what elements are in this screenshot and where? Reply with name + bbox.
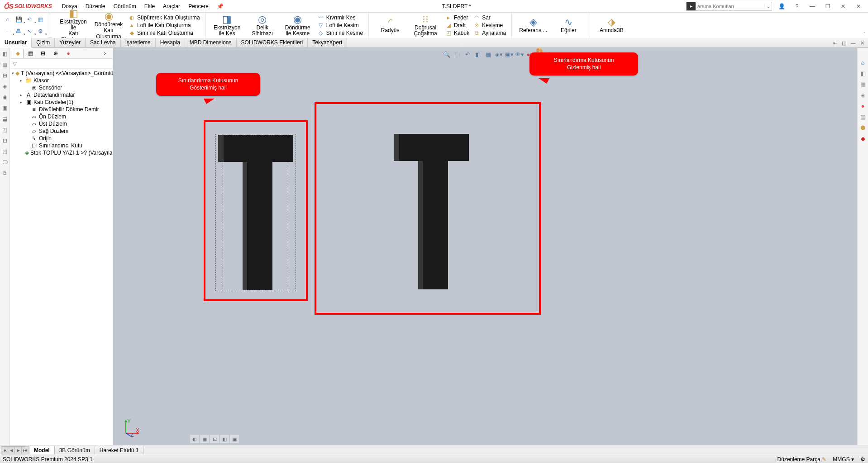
status-custom-icon[interactable]: ⚙ [860,456,865,463]
taskpane-resources-icon[interactable]: ◧ [858,69,868,78]
tree-stock[interactable]: ◈Stok-TOPLU YAZI-1->? (Varsayıla [10,149,113,156]
dock-icon-1[interactable]: ◧ [1,50,9,58]
feature-tree-tab[interactable]: ◆ [12,49,24,58]
rib-button[interactable]: ▸Feder [443,14,471,21]
dock-icon-12[interactable]: ⧉ [1,169,9,177]
orientation-triad[interactable]: Y X Z [122,419,140,437]
minimize-button[interactable]: — [806,1,818,11]
curves-button[interactable]: ∿Eğriler [551,16,586,34]
view-icon-1[interactable]: ◐ [190,435,199,443]
taskpane-sw-icon[interactable]: ◆ [858,134,868,143]
tab-evaluate[interactable]: Hesapla [156,38,185,47]
display-style-icon[interactable]: ▣▾ [505,50,514,59]
panel-expand-icon[interactable]: › [99,49,111,58]
split-view-icon[interactable]: ◫ [840,39,848,47]
dock-icon-8[interactable]: ◰ [1,126,9,134]
dock-icon-2[interactable]: ▦ [1,61,9,69]
revolve-cut-button[interactable]: ◉Döndürmeile Kesme [280,13,315,38]
view-icon-5[interactable]: ▣ [230,435,239,443]
appearance-tab[interactable]: ● [62,49,74,58]
tree-sensors[interactable]: ◎Sensörler [10,84,113,91]
dock-icon-10[interactable]: ▤ [1,147,9,156]
tab-sketch[interactable]: Çizim [32,38,55,47]
select-icon[interactable]: ▦ [35,14,45,24]
tree-annotations[interactable]: ▸ADetaylandırmalar [10,91,113,99]
hole-wizard-button[interactable]: ◎Delik Sihirbazı [245,13,280,38]
options-icon[interactable]: ⚙▾ [35,26,45,36]
maximize-view-icon[interactable]: — [849,39,857,47]
tab-prev-icon[interactable]: ◀ [8,446,15,454]
view-icon-4[interactable]: ◧ [220,435,229,443]
command-search[interactable]: ▸ ⌄ [686,2,772,11]
swept-cut-button[interactable]: 〰Kıvrımlı Kes [315,14,365,21]
print-icon[interactable]: 🖶▾ [14,26,24,36]
reference-geom-button[interactable]: ◈Referans ... [515,16,551,34]
tree-right-plane[interactable]: ▱Sağ Düzlem [10,128,113,135]
draft-button[interactable]: ◢Draft [443,22,471,29]
help-icon[interactable]: ? [791,1,803,11]
tree-front-plane[interactable]: ▱Ön Düzlem [10,113,113,120]
dock-icon-11[interactable]: 🖵 [1,158,9,166]
search-dropdown-icon[interactable]: ⌄ [764,3,772,9]
menu-pin[interactable]: 📌 [213,1,227,11]
tree-folder[interactable]: ▸📁Klasör [10,77,113,84]
taskpane-props-icon[interactable]: ▤ [858,112,868,121]
dock-icon-9[interactable]: ⊡ [1,137,9,145]
tree-solid-bodies[interactable]: ▸▣Katı Gövdeler(1) [10,99,113,106]
boundary-cut-button[interactable]: ◇Sınır ile Kesme [315,29,365,37]
tree-filter[interactable]: ▽ [10,59,113,69]
tree-origin[interactable]: ↳Orijin [10,135,113,142]
tab-sheetmetal[interactable]: Sac Levha [86,38,121,47]
sweep-boss-button[interactable]: ◐Süpürerek Katı Oluşturma [126,14,202,21]
dock-icon-7[interactable]: ⬓ [1,115,9,123]
ribbon-collapse-icon[interactable]: ˇ [864,32,865,37]
close-view-icon[interactable]: ✕ [858,39,866,47]
cursor-icon[interactable]: ↖▾ [24,26,34,36]
restore-button[interactable]: ❐ [822,1,834,11]
taskpane-appearance-icon[interactable]: ● [858,101,868,110]
wrap-button[interactable]: ◠Sar [471,14,508,21]
loft-boss-button[interactable]: ▲Loft ile Katı Oluşturma [126,22,202,29]
undo-icon[interactable]: ↶▾ [24,14,34,24]
hide-show-icon[interactable]: 👁▾ [515,50,524,59]
menu-window[interactable]: Pencere [185,1,212,11]
instant3d-button[interactable]: ⬗Anında3B [594,16,629,34]
tab-next-icon[interactable]: ▶ [14,446,22,454]
section-view-icon[interactable]: ◧ [473,50,482,59]
taskpane-forum-icon[interactable]: ⬢ [858,123,868,132]
inner-close-button[interactable]: ✕ [837,1,849,11]
3dview-tab[interactable]: 3B Görünüm [54,446,95,454]
tree-root[interactable]: ▾◆T (Varsayılan) <<Varsayılan>_Görüntü [10,70,113,77]
dock-icon-4[interactable]: ◈ [1,82,9,90]
shell-button[interactable]: ◰Kabuk [443,29,471,37]
loft-cut-button[interactable]: ▽Loft ile Kesim [315,22,365,29]
intersect-button[interactable]: ⊗Kesişme [471,22,508,29]
user-icon[interactable]: 👤 [776,1,787,11]
dynamic-section-icon[interactable]: ▦ [484,50,493,59]
property-tab[interactable]: ▦ [24,49,36,58]
taskpane-design-icon[interactable]: ▦ [858,80,868,89]
tab-last-icon[interactable]: ⏭ [21,446,29,454]
save-icon[interactable]: 💾▾ [14,14,24,24]
zoom-fit-icon[interactable]: 🔍 [442,50,451,59]
tab-surfaces[interactable]: Yüzeyler [55,38,86,47]
home-icon[interactable]: ⌂ [3,14,13,24]
tab-addins[interactable]: SOLIDWORKS Eklentileri [237,38,308,47]
tab-tekyaz[interactable]: TekyazXpert [308,38,347,47]
motion-study-tab[interactable]: Hareket Etüdü 1 [95,446,144,454]
prev-view-icon[interactable]: ↶ [463,50,472,59]
tab-markup[interactable]: İşaretleme [121,38,156,47]
menu-view[interactable]: Görünüm [110,1,140,11]
tab-first-icon[interactable]: ⏮ [1,446,8,454]
dim-tab[interactable]: ⊕ [50,49,62,58]
expand-panel-icon[interactable]: ⇤ [831,39,839,47]
new-icon[interactable]: ▫▾ [3,26,13,36]
view-orient-icon[interactable]: ◈▾ [494,50,503,59]
dock-icon-6[interactable]: ▣ [1,104,9,112]
boundary-boss-button[interactable]: ◆Sınır ile Katı Oluşturma [126,29,202,37]
tree-bounding-box[interactable]: ⬚Sınırlandırıcı Kutu [10,142,113,149]
fillet-button[interactable]: ◜Radyüs [372,16,408,34]
search-input[interactable] [696,4,764,9]
dock-icon-3[interactable]: ⊞ [1,71,9,80]
tree-top-plane[interactable]: ▱Üst Düzlem [10,120,113,128]
